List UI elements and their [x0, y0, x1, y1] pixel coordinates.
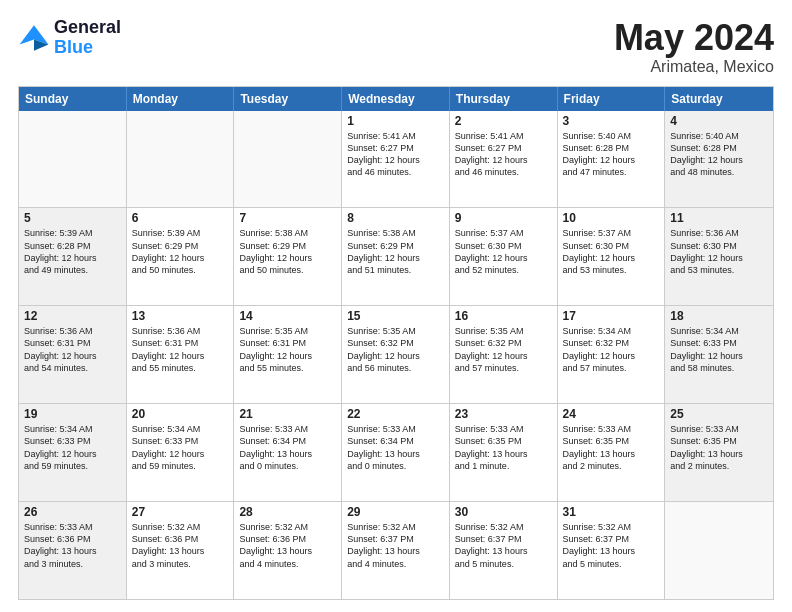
- day-number: 9: [455, 211, 552, 225]
- day-number: 16: [455, 309, 552, 323]
- logo-line1: General: [54, 18, 121, 38]
- logo-line2: Blue: [54, 38, 121, 58]
- cal-cell: 23Sunrise: 5:33 AM Sunset: 6:35 PM Dayli…: [450, 404, 558, 501]
- day-number: 25: [670, 407, 768, 421]
- cal-cell: 18Sunrise: 5:34 AM Sunset: 6:33 PM Dayli…: [665, 306, 773, 403]
- cell-text: Sunrise: 5:38 AM Sunset: 6:29 PM Dayligh…: [239, 227, 336, 276]
- cal-cell: 20Sunrise: 5:34 AM Sunset: 6:33 PM Dayli…: [127, 404, 235, 501]
- cell-text: Sunrise: 5:41 AM Sunset: 6:27 PM Dayligh…: [455, 130, 552, 179]
- cal-cell: 4Sunrise: 5:40 AM Sunset: 6:28 PM Daylig…: [665, 111, 773, 208]
- cal-cell: 12Sunrise: 5:36 AM Sunset: 6:31 PM Dayli…: [19, 306, 127, 403]
- day-number: 10: [563, 211, 660, 225]
- cell-text: Sunrise: 5:32 AM Sunset: 6:37 PM Dayligh…: [455, 521, 552, 570]
- week-row-4: 19Sunrise: 5:34 AM Sunset: 6:33 PM Dayli…: [19, 403, 773, 501]
- logo-icon: [18, 22, 50, 54]
- cal-cell: 2Sunrise: 5:41 AM Sunset: 6:27 PM Daylig…: [450, 111, 558, 208]
- day-number: 1: [347, 114, 444, 128]
- cell-text: Sunrise: 5:35 AM Sunset: 6:32 PM Dayligh…: [347, 325, 444, 374]
- cal-cell: [665, 502, 773, 599]
- day-number: 13: [132, 309, 229, 323]
- cal-cell: 14Sunrise: 5:35 AM Sunset: 6:31 PM Dayli…: [234, 306, 342, 403]
- cell-text: Sunrise: 5:32 AM Sunset: 6:37 PM Dayligh…: [347, 521, 444, 570]
- cell-text: Sunrise: 5:34 AM Sunset: 6:33 PM Dayligh…: [24, 423, 121, 472]
- cal-cell: 5Sunrise: 5:39 AM Sunset: 6:28 PM Daylig…: [19, 208, 127, 305]
- cell-text: Sunrise: 5:34 AM Sunset: 6:33 PM Dayligh…: [670, 325, 768, 374]
- day-number: 5: [24, 211, 121, 225]
- cal-cell: 16Sunrise: 5:35 AM Sunset: 6:32 PM Dayli…: [450, 306, 558, 403]
- cell-text: Sunrise: 5:32 AM Sunset: 6:37 PM Dayligh…: [563, 521, 660, 570]
- cal-cell: 1Sunrise: 5:41 AM Sunset: 6:27 PM Daylig…: [342, 111, 450, 208]
- cell-text: Sunrise: 5:34 AM Sunset: 6:33 PM Dayligh…: [132, 423, 229, 472]
- day-number: 11: [670, 211, 768, 225]
- cal-cell: 31Sunrise: 5:32 AM Sunset: 6:37 PM Dayli…: [558, 502, 666, 599]
- subtitle: Arimatea, Mexico: [614, 58, 774, 76]
- day-number: 15: [347, 309, 444, 323]
- cal-cell: [234, 111, 342, 208]
- day-number: 8: [347, 211, 444, 225]
- day-number: 24: [563, 407, 660, 421]
- cal-cell: 17Sunrise: 5:34 AM Sunset: 6:32 PM Dayli…: [558, 306, 666, 403]
- day-number: 21: [239, 407, 336, 421]
- cell-text: Sunrise: 5:37 AM Sunset: 6:30 PM Dayligh…: [455, 227, 552, 276]
- calendar-header: SundayMondayTuesdayWednesdayThursdayFrid…: [19, 87, 773, 111]
- cell-text: Sunrise: 5:35 AM Sunset: 6:31 PM Dayligh…: [239, 325, 336, 374]
- calendar-body: 1Sunrise: 5:41 AM Sunset: 6:27 PM Daylig…: [19, 111, 773, 599]
- cal-cell: 25Sunrise: 5:33 AM Sunset: 6:35 PM Dayli…: [665, 404, 773, 501]
- header-cell-thursday: Thursday: [450, 87, 558, 111]
- day-number: 27: [132, 505, 229, 519]
- cal-cell: 29Sunrise: 5:32 AM Sunset: 6:37 PM Dayli…: [342, 502, 450, 599]
- cell-text: Sunrise: 5:38 AM Sunset: 6:29 PM Dayligh…: [347, 227, 444, 276]
- logo: General Blue: [18, 18, 121, 58]
- cell-text: Sunrise: 5:33 AM Sunset: 6:34 PM Dayligh…: [347, 423, 444, 472]
- cal-cell: 3Sunrise: 5:40 AM Sunset: 6:28 PM Daylig…: [558, 111, 666, 208]
- week-row-5: 26Sunrise: 5:33 AM Sunset: 6:36 PM Dayli…: [19, 501, 773, 599]
- cell-text: Sunrise: 5:39 AM Sunset: 6:28 PM Dayligh…: [24, 227, 121, 276]
- calendar: SundayMondayTuesdayWednesdayThursdayFrid…: [18, 86, 774, 600]
- cal-cell: 27Sunrise: 5:32 AM Sunset: 6:36 PM Dayli…: [127, 502, 235, 599]
- cal-cell: 21Sunrise: 5:33 AM Sunset: 6:34 PM Dayli…: [234, 404, 342, 501]
- cell-text: Sunrise: 5:32 AM Sunset: 6:36 PM Dayligh…: [239, 521, 336, 570]
- cell-text: Sunrise: 5:33 AM Sunset: 6:34 PM Dayligh…: [239, 423, 336, 472]
- cal-cell: [19, 111, 127, 208]
- cell-text: Sunrise: 5:33 AM Sunset: 6:35 PM Dayligh…: [455, 423, 552, 472]
- day-number: 18: [670, 309, 768, 323]
- cal-cell: 24Sunrise: 5:33 AM Sunset: 6:35 PM Dayli…: [558, 404, 666, 501]
- title-block: May 2024 Arimatea, Mexico: [614, 18, 774, 76]
- header-cell-friday: Friday: [558, 87, 666, 111]
- day-number: 26: [24, 505, 121, 519]
- header-cell-monday: Monday: [127, 87, 235, 111]
- cal-cell: 11Sunrise: 5:36 AM Sunset: 6:30 PM Dayli…: [665, 208, 773, 305]
- cell-text: Sunrise: 5:40 AM Sunset: 6:28 PM Dayligh…: [563, 130, 660, 179]
- cal-cell: 8Sunrise: 5:38 AM Sunset: 6:29 PM Daylig…: [342, 208, 450, 305]
- cal-cell: 9Sunrise: 5:37 AM Sunset: 6:30 PM Daylig…: [450, 208, 558, 305]
- day-number: 12: [24, 309, 121, 323]
- day-number: 2: [455, 114, 552, 128]
- header-cell-tuesday: Tuesday: [234, 87, 342, 111]
- cell-text: Sunrise: 5:40 AM Sunset: 6:28 PM Dayligh…: [670, 130, 768, 179]
- cell-text: Sunrise: 5:33 AM Sunset: 6:36 PM Dayligh…: [24, 521, 121, 570]
- cal-cell: 22Sunrise: 5:33 AM Sunset: 6:34 PM Dayli…: [342, 404, 450, 501]
- week-row-2: 5Sunrise: 5:39 AM Sunset: 6:28 PM Daylig…: [19, 207, 773, 305]
- cal-cell: 13Sunrise: 5:36 AM Sunset: 6:31 PM Dayli…: [127, 306, 235, 403]
- cell-text: Sunrise: 5:32 AM Sunset: 6:36 PM Dayligh…: [132, 521, 229, 570]
- day-number: 19: [24, 407, 121, 421]
- cell-text: Sunrise: 5:36 AM Sunset: 6:31 PM Dayligh…: [24, 325, 121, 374]
- day-number: 17: [563, 309, 660, 323]
- day-number: 4: [670, 114, 768, 128]
- cell-text: Sunrise: 5:39 AM Sunset: 6:29 PM Dayligh…: [132, 227, 229, 276]
- cal-cell: [127, 111, 235, 208]
- cal-cell: 6Sunrise: 5:39 AM Sunset: 6:29 PM Daylig…: [127, 208, 235, 305]
- cal-cell: 30Sunrise: 5:32 AM Sunset: 6:37 PM Dayli…: [450, 502, 558, 599]
- day-number: 6: [132, 211, 229, 225]
- header-cell-saturday: Saturday: [665, 87, 773, 111]
- day-number: 28: [239, 505, 336, 519]
- cell-text: Sunrise: 5:36 AM Sunset: 6:30 PM Dayligh…: [670, 227, 768, 276]
- week-row-3: 12Sunrise: 5:36 AM Sunset: 6:31 PM Dayli…: [19, 305, 773, 403]
- day-number: 20: [132, 407, 229, 421]
- cell-text: Sunrise: 5:41 AM Sunset: 6:27 PM Dayligh…: [347, 130, 444, 179]
- cell-text: Sunrise: 5:36 AM Sunset: 6:31 PM Dayligh…: [132, 325, 229, 374]
- cal-cell: 7Sunrise: 5:38 AM Sunset: 6:29 PM Daylig…: [234, 208, 342, 305]
- day-number: 31: [563, 505, 660, 519]
- day-number: 29: [347, 505, 444, 519]
- cell-text: Sunrise: 5:35 AM Sunset: 6:32 PM Dayligh…: [455, 325, 552, 374]
